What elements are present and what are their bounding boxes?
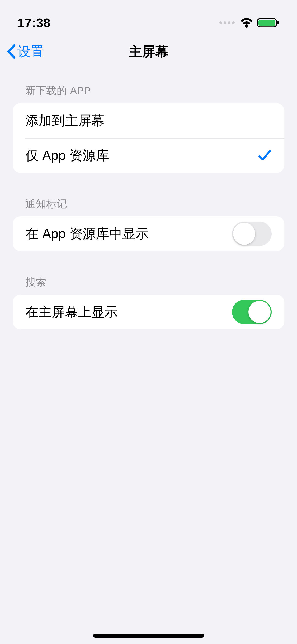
status-indicators bbox=[219, 17, 280, 28]
battery-icon bbox=[257, 17, 280, 28]
checkmark-icon bbox=[258, 149, 272, 162]
status-bar: 17:38 bbox=[0, 0, 297, 34]
section-header-search: 搜索 bbox=[13, 275, 284, 295]
toggle-show-on-home[interactable] bbox=[232, 300, 272, 324]
chevron-left-icon bbox=[6, 44, 16, 59]
row-add-to-home[interactable]: 添加到主屏幕 bbox=[13, 103, 284, 138]
svg-rect-2 bbox=[277, 21, 279, 24]
row-show-on-home: 在主屏幕上显示 bbox=[13, 295, 284, 329]
content: 新下载的 APP 添加到主屏幕 仅 App 资源库 通知标记 在 App 资源库… bbox=[0, 69, 297, 329]
wifi-icon bbox=[240, 18, 253, 28]
nav-bar: 设置 主屏幕 bbox=[0, 34, 297, 69]
nav-back-button[interactable]: 设置 bbox=[6, 34, 44, 69]
section-header-new-downloads: 新下载的 APP bbox=[13, 84, 284, 103]
page-title: 主屏幕 bbox=[0, 43, 297, 61]
row-show-in-app-library: 在 App 资源库中显示 bbox=[13, 216, 284, 251]
svg-rect-1 bbox=[258, 20, 275, 26]
row-label: 在主屏幕上显示 bbox=[25, 303, 118, 321]
row-app-library-only[interactable]: 仅 App 资源库 bbox=[13, 138, 284, 173]
toggle-show-in-app-library[interactable] bbox=[232, 222, 272, 246]
row-label: 仅 App 资源库 bbox=[25, 147, 109, 164]
section-header-notification-badges: 通知标记 bbox=[13, 197, 284, 216]
section-group-search: 在主屏幕上显示 bbox=[13, 295, 284, 329]
nav-back-label: 设置 bbox=[17, 43, 44, 61]
row-label: 添加到主屏幕 bbox=[25, 112, 105, 130]
section-group-notification-badges: 在 App 资源库中显示 bbox=[13, 216, 284, 251]
section-group-new-downloads: 添加到主屏幕 仅 App 资源库 bbox=[13, 103, 284, 173]
status-time: 17:38 bbox=[17, 16, 50, 30]
cellular-dots-icon bbox=[219, 21, 235, 24]
home-indicator[interactable] bbox=[93, 634, 204, 638]
row-label: 在 App 资源库中显示 bbox=[25, 225, 149, 243]
